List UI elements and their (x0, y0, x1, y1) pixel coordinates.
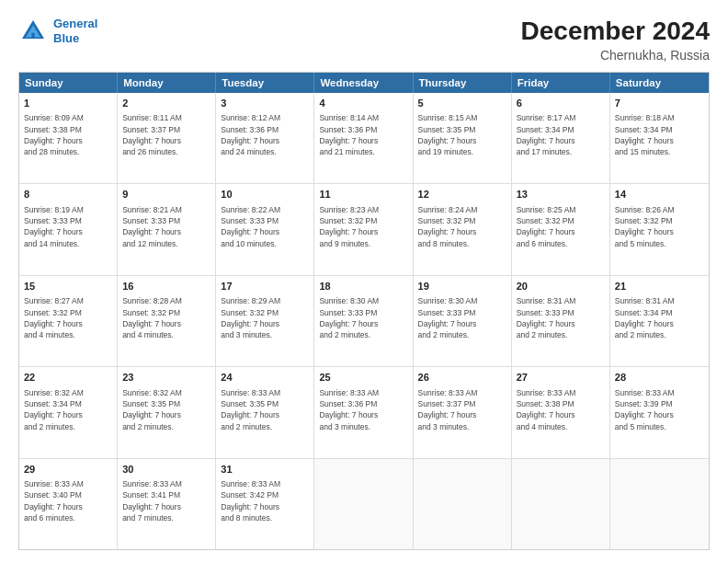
day-info: Sunrise: 8:22 AMSunset: 3:33 PMDaylight:… (221, 204, 309, 249)
cal-header-thursday: Thursday (414, 73, 512, 93)
logo: General Blue (18, 17, 97, 46)
day-number: 18 (319, 280, 407, 293)
day-number: 22 (24, 371, 112, 385)
day-info: Sunrise: 8:33 AMSunset: 3:41 PMDaylight:… (122, 478, 210, 523)
cal-day-14: 14Sunrise: 8:26 AMSunset: 3:32 PMDayligh… (610, 184, 709, 274)
day-info: Sunrise: 8:26 AMSunset: 3:32 PMDaylight:… (615, 204, 704, 249)
day-info: Sunrise: 8:19 AMSunset: 3:33 PMDaylight:… (24, 204, 112, 249)
day-info: Sunrise: 8:14 AMSunset: 3:36 PMDaylight:… (319, 112, 407, 157)
day-info: Sunrise: 8:33 AMSunset: 3:35 PMDaylight:… (221, 387, 309, 432)
day-info: Sunrise: 8:30 AMSunset: 3:33 PMDaylight:… (418, 295, 506, 340)
cal-day-5: 5Sunrise: 8:15 AMSunset: 3:35 PMDaylight… (414, 93, 512, 183)
day-info: Sunrise: 8:33 AMSunset: 3:36 PMDaylight:… (319, 387, 407, 432)
day-info: Sunrise: 8:32 AMSunset: 3:35 PMDaylight:… (122, 387, 210, 432)
cal-header-saturday: Saturday (610, 73, 709, 93)
day-number: 29 (24, 463, 112, 477)
day-number: 23 (122, 371, 210, 385)
logo-line1: General (53, 17, 97, 30)
logo-icon (18, 17, 48, 46)
day-info: Sunrise: 8:15 AMSunset: 3:35 PMDaylight:… (418, 112, 506, 157)
cal-day-6: 6Sunrise: 8:17 AMSunset: 3:34 PMDaylight… (512, 93, 610, 183)
cal-day-empty (314, 459, 413, 549)
cal-day-11: 11Sunrise: 8:23 AMSunset: 3:32 PMDayligh… (314, 184, 413, 274)
day-info: Sunrise: 8:33 AMSunset: 3:42 PMDaylight:… (221, 478, 309, 523)
cal-week-4: 22Sunrise: 8:32 AMSunset: 3:34 PMDayligh… (19, 367, 709, 458)
day-number: 30 (122, 463, 210, 477)
day-number: 4 (319, 97, 407, 110)
cal-day-31: 31Sunrise: 8:33 AMSunset: 3:42 PMDayligh… (216, 459, 314, 549)
day-info: Sunrise: 8:29 AMSunset: 3:32 PMDaylight:… (221, 295, 309, 340)
day-number: 14 (615, 188, 704, 201)
cal-week-2: 8Sunrise: 8:19 AMSunset: 3:33 PMDaylight… (19, 184, 709, 275)
day-number: 1 (24, 97, 112, 110)
cal-day-21: 21Sunrise: 8:31 AMSunset: 3:34 PMDayligh… (610, 276, 709, 366)
subtitle: Chernukha, Russia (521, 48, 710, 63)
day-info: Sunrise: 8:33 AMSunset: 3:37 PMDaylight:… (418, 387, 506, 432)
day-info: Sunrise: 8:27 AMSunset: 3:32 PMDaylight:… (24, 295, 112, 340)
cal-header-tuesday: Tuesday (216, 73, 314, 93)
day-info: Sunrise: 8:17 AMSunset: 3:34 PMDaylight:… (517, 112, 605, 157)
day-number: 16 (122, 280, 210, 293)
cal-day-24: 24Sunrise: 8:33 AMSunset: 3:35 PMDayligh… (216, 367, 314, 457)
cal-day-3: 3Sunrise: 8:12 AMSunset: 3:36 PMDaylight… (216, 93, 314, 183)
calendar-header: SundayMondayTuesdayWednesdayThursdayFrid… (19, 73, 709, 93)
cal-day-25: 25Sunrise: 8:33 AMSunset: 3:36 PMDayligh… (314, 367, 413, 457)
page: General Blue December 2024 Chernukha, Ru… (0, 0, 728, 563)
day-number: 20 (517, 280, 605, 293)
cal-header-wednesday: Wednesday (314, 73, 413, 93)
title-block: December 2024 Chernukha, Russia (521, 17, 710, 63)
day-info: Sunrise: 8:24 AMSunset: 3:32 PMDaylight:… (418, 204, 506, 249)
cal-day-15: 15Sunrise: 8:27 AMSunset: 3:32 PMDayligh… (19, 276, 118, 366)
day-number: 7 (615, 97, 704, 110)
cal-day-10: 10Sunrise: 8:22 AMSunset: 3:33 PMDayligh… (216, 184, 314, 274)
day-info: Sunrise: 8:11 AMSunset: 3:37 PMDaylight:… (122, 112, 210, 157)
day-info: Sunrise: 8:33 AMSunset: 3:38 PMDaylight:… (517, 387, 605, 432)
day-info: Sunrise: 8:30 AMSunset: 3:33 PMDaylight:… (319, 295, 407, 340)
day-number: 10 (221, 188, 309, 201)
day-number: 25 (319, 371, 407, 385)
day-info: Sunrise: 8:12 AMSunset: 3:36 PMDaylight:… (221, 112, 309, 157)
day-info: Sunrise: 8:31 AMSunset: 3:34 PMDaylight:… (615, 295, 704, 340)
svg-rect-2 (31, 33, 34, 39)
cal-day-13: 13Sunrise: 8:25 AMSunset: 3:32 PMDayligh… (512, 184, 610, 274)
calendar-body: 1Sunrise: 8:09 AMSunset: 3:38 PMDaylight… (19, 93, 709, 549)
cal-day-16: 16Sunrise: 8:28 AMSunset: 3:32 PMDayligh… (118, 276, 216, 366)
logo-text: General Blue (53, 17, 97, 45)
cal-day-26: 26Sunrise: 8:33 AMSunset: 3:37 PMDayligh… (414, 367, 512, 457)
day-number: 26 (418, 371, 506, 385)
day-info: Sunrise: 8:09 AMSunset: 3:38 PMDaylight:… (24, 112, 112, 157)
cal-week-1: 1Sunrise: 8:09 AMSunset: 3:38 PMDaylight… (19, 93, 709, 184)
header: General Blue December 2024 Chernukha, Ru… (18, 17, 710, 63)
cal-day-23: 23Sunrise: 8:32 AMSunset: 3:35 PMDayligh… (118, 367, 216, 457)
day-number: 17 (221, 280, 309, 293)
day-info: Sunrise: 8:21 AMSunset: 3:33 PMDaylight:… (122, 204, 210, 249)
cal-day-empty (414, 459, 512, 549)
cal-day-8: 8Sunrise: 8:19 AMSunset: 3:33 PMDaylight… (19, 184, 118, 274)
day-number: 24 (221, 371, 309, 385)
cal-day-2: 2Sunrise: 8:11 AMSunset: 3:37 PMDaylight… (118, 93, 216, 183)
cal-header-monday: Monday (118, 73, 216, 93)
day-number: 15 (24, 280, 112, 293)
calendar: SundayMondayTuesdayWednesdayThursdayFrid… (18, 72, 710, 550)
cal-header-friday: Friday (512, 73, 610, 93)
day-info: Sunrise: 8:33 AMSunset: 3:40 PMDaylight:… (24, 478, 112, 523)
cal-day-22: 22Sunrise: 8:32 AMSunset: 3:34 PMDayligh… (19, 367, 118, 457)
main-title: December 2024 (521, 17, 710, 46)
day-number: 9 (122, 188, 210, 201)
day-info: Sunrise: 8:23 AMSunset: 3:32 PMDaylight:… (319, 204, 407, 249)
cal-day-17: 17Sunrise: 8:29 AMSunset: 3:32 PMDayligh… (216, 276, 314, 366)
cal-header-sunday: Sunday (19, 73, 118, 93)
cal-day-empty (610, 459, 709, 549)
day-info: Sunrise: 8:25 AMSunset: 3:32 PMDaylight:… (517, 204, 605, 249)
day-info: Sunrise: 8:31 AMSunset: 3:33 PMDaylight:… (517, 295, 605, 340)
day-info: Sunrise: 8:18 AMSunset: 3:34 PMDaylight:… (615, 112, 704, 157)
day-number: 12 (418, 188, 506, 201)
cal-day-empty (512, 459, 610, 549)
cal-day-27: 27Sunrise: 8:33 AMSunset: 3:38 PMDayligh… (512, 367, 610, 457)
cal-day-20: 20Sunrise: 8:31 AMSunset: 3:33 PMDayligh… (512, 276, 610, 366)
cal-day-18: 18Sunrise: 8:30 AMSunset: 3:33 PMDayligh… (314, 276, 413, 366)
day-number: 2 (122, 97, 210, 110)
day-number: 28 (615, 371, 704, 385)
cal-day-19: 19Sunrise: 8:30 AMSunset: 3:33 PMDayligh… (414, 276, 512, 366)
day-number: 6 (517, 97, 605, 110)
